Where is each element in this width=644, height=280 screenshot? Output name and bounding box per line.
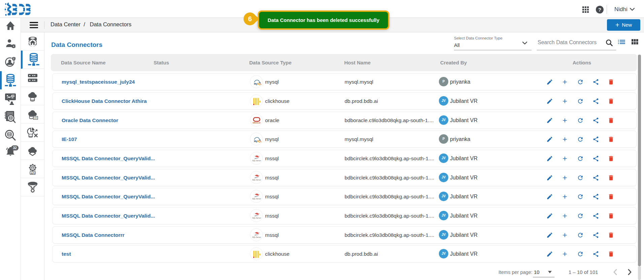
svg-text:SQL Server: SQL Server <box>252 236 261 238</box>
svg-text:SQL: SQL <box>257 140 262 143</box>
svg-text:SQL Server: SQL Server <box>252 217 261 219</box>
svg-text:6: 6 <box>248 15 252 23</box>
svg-text:SQL Server: SQL Server <box>252 198 261 200</box>
svg-text:SQL Server: SQL Server <box>252 179 261 181</box>
svg-text:SQL: SQL <box>257 83 262 85</box>
svg-text:ORACLE: ORACLE <box>253 122 261 124</box>
svg-text:SQL Server: SQL Server <box>252 160 261 162</box>
svg-text:API: API <box>31 171 35 174</box>
svg-text:</>: </> <box>34 117 37 119</box>
